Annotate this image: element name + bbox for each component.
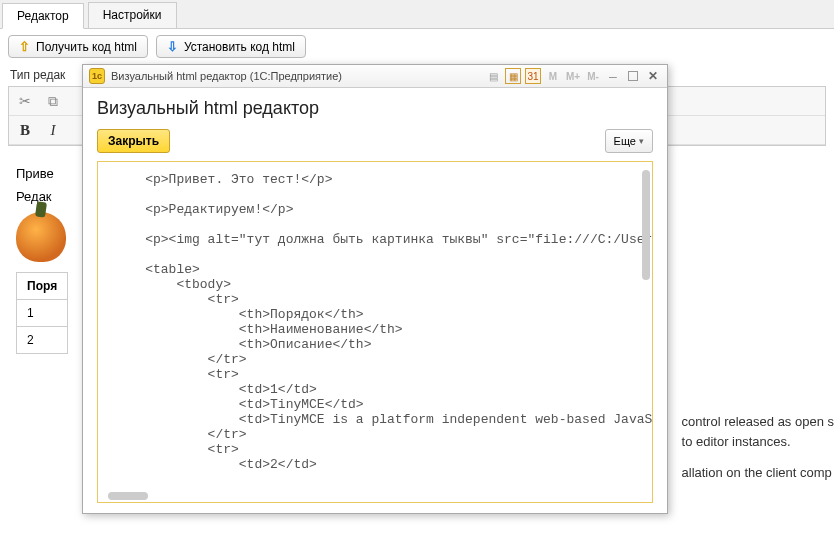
italic-button[interactable]: I	[43, 120, 63, 140]
bg-desc-line: control released as open s	[682, 412, 834, 432]
arrow-down-icon: ⇩	[167, 39, 178, 54]
title-mminus-button[interactable]: M-	[585, 68, 601, 84]
dialog-window-title: Визуальный html редактор (1С:Предприятие…	[111, 70, 485, 82]
title-m-button[interactable]: M	[545, 68, 561, 84]
table-row: 1	[17, 300, 68, 327]
main-tabs: Редактор Настройки	[0, 0, 834, 29]
copy-icon[interactable]: ⧉	[43, 91, 63, 111]
maximize-icon[interactable]	[625, 68, 641, 84]
title-mplus-button[interactable]: M+	[565, 68, 581, 84]
table-row: 2	[17, 327, 68, 354]
tab-settings[interactable]: Настройки	[88, 2, 177, 28]
bg-table: Поря 1 2	[16, 272, 68, 354]
dialog-close-button[interactable]: Закрыть	[97, 129, 170, 153]
dialog-actions: Закрыть Еще	[97, 129, 653, 153]
dialog-window: 1c Визуальный html редактор (1С:Предприя…	[82, 64, 668, 514]
title-icon-calc[interactable]: ▦	[505, 68, 521, 84]
app-logo-icon: 1c	[89, 68, 105, 84]
title-icon-doc[interactable]: ▤	[485, 68, 501, 84]
close-icon[interactable]: ✕	[645, 68, 661, 84]
scrollbar-horizontal[interactable]	[108, 492, 148, 500]
scrollbar-vertical[interactable]	[642, 170, 650, 280]
dialog-heading: Визуальный html редактор	[97, 98, 653, 119]
dialog-body: Визуальный html редактор Закрыть Еще <p>…	[83, 88, 667, 513]
get-html-label: Получить код html	[36, 40, 137, 54]
bg-desc-line: allation on the client comp	[682, 463, 834, 483]
bg-th: Поря	[17, 273, 68, 300]
toolbar: ⇧ Получить код html ⇩ Установить код htm…	[0, 29, 834, 64]
title-icon-calendar[interactable]: 31	[525, 68, 541, 84]
minimize-icon[interactable]: –	[605, 68, 621, 84]
dialog-more-button[interactable]: Еще	[605, 129, 653, 153]
arrow-up-icon: ⇧	[19, 39, 30, 54]
set-html-button[interactable]: ⇩ Установить код html	[156, 35, 306, 58]
set-html-label: Установить код html	[184, 40, 295, 54]
code-content: <p>Привет. Это тест!</p> <p>Редактируем!…	[114, 172, 652, 472]
tab-editor[interactable]: Редактор	[2, 3, 84, 29]
titlebar-icons: ▤ ▦ 31 M M+ M- – ✕	[485, 68, 661, 84]
code-textarea[interactable]: <p>Привет. Это тест!</p> <p>Редактируем!…	[97, 161, 653, 503]
bg-desc-line: to editor instances.	[682, 432, 834, 452]
cut-icon[interactable]: ✂	[15, 91, 35, 111]
get-html-button[interactable]: ⇧ Получить код html	[8, 35, 148, 58]
dialog-titlebar[interactable]: 1c Визуальный html редактор (1С:Предприя…	[83, 65, 667, 88]
pumpkin-image	[16, 212, 66, 262]
bold-button[interactable]: B	[15, 120, 35, 140]
